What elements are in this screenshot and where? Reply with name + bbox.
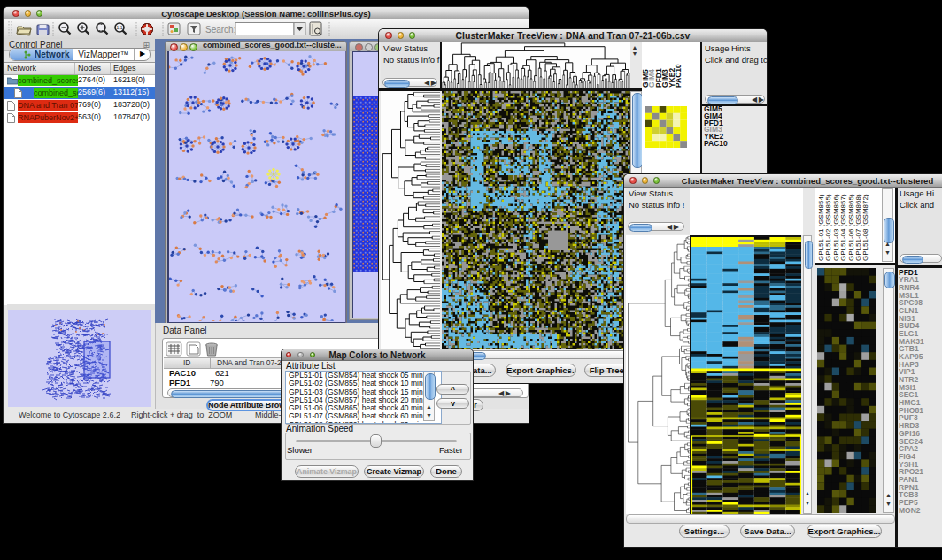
svg-text:GPL51-08 (GSM872): GPL51-08 (GSM872) (861, 194, 869, 261)
svg-text:Search:: Search: (205, 25, 236, 35)
svg-text:MON2: MON2 (899, 506, 921, 514)
svg-text:1:1: 1:1 (117, 25, 123, 30)
svg-text:PAC10: PAC10 (674, 64, 683, 88)
